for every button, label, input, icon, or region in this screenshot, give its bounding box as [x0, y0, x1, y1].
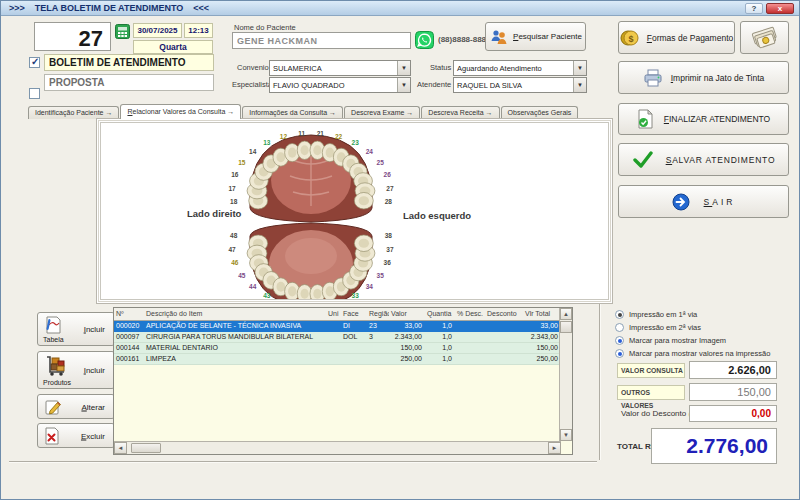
- column-header[interactable]: % Desc.: [455, 308, 485, 320]
- time-box: 12:13: [184, 23, 213, 38]
- delete-document-icon: [44, 427, 60, 445]
- sair-button[interactable]: SAIR: [618, 185, 789, 218]
- proposta-checkbox[interactable]: [29, 88, 40, 99]
- column-header[interactable]: Desconto: [485, 308, 523, 320]
- svg-text:18: 18: [230, 198, 238, 205]
- patient-name-label: Nome do Paciente: [234, 23, 296, 32]
- print-option-0[interactable]: Impressão em 1ª via: [613, 308, 798, 321]
- column-header[interactable]: Valor: [389, 308, 425, 320]
- table-row[interactable]: 000144MATERIAL DENTARIO150,001,0150,00: [114, 343, 561, 354]
- column-header[interactable]: Nº: [114, 308, 144, 320]
- edit-pencil-icon: [44, 398, 62, 416]
- weekday-box: Quarta: [133, 40, 213, 54]
- tooth-11[interactable]: 11: [297, 130, 312, 160]
- scroll-down-icon[interactable]: ▼: [560, 429, 572, 441]
- print-option-1[interactable]: Impressão em 2ª vias: [613, 321, 798, 334]
- svg-text:12: 12: [280, 133, 288, 140]
- scroll-up-icon[interactable]: ▲: [560, 308, 572, 320]
- imprimir-button[interactable]: Imprimir na Jato de Tinta: [618, 61, 789, 94]
- patient-phone: (88)8888-8888: [438, 35, 490, 44]
- horizontal-scrollbar[interactable]: ◄ ►: [114, 441, 561, 454]
- table-row[interactable]: 000161LIMPEZA250,001,0250,00: [114, 354, 561, 365]
- especialista-dropdown[interactable]: FLAVIO QUADRADO ▼: [269, 77, 411, 93]
- patient-name-input[interactable]: [232, 32, 411, 49]
- table-row[interactable]: 000097CIRURGIA PARA TORUS MANDIBULAR BIL…: [114, 332, 561, 343]
- column-header[interactable]: Região: [367, 308, 389, 320]
- incluir-produtos-button[interactable]: Produtos Incluir: [37, 351, 115, 389]
- boletim-label: BOLETIM DE ATENDIMENTO: [44, 54, 214, 71]
- incluir-tabela-label: Incluir: [84, 325, 105, 334]
- printer-icon: [643, 69, 663, 87]
- print-option-3[interactable]: Marcar para mostrar valores na impressão: [613, 347, 798, 360]
- people-search-icon: [489, 29, 509, 45]
- svg-text:44: 44: [249, 283, 257, 290]
- sair-label: SAIR: [704, 197, 736, 207]
- svg-text:34: 34: [366, 283, 374, 290]
- svg-text:14: 14: [249, 148, 257, 155]
- svg-text:17: 17: [228, 185, 236, 192]
- print-option-2[interactable]: Marcar para mostrar Imagem: [613, 334, 798, 347]
- close-button[interactable]: x: [766, 3, 794, 14]
- dental-chart-svg[interactable]: 1817161514131211212223242526272848474645…: [101, 123, 609, 300]
- items-header: NºDescrição do ItemUniFaceRegiãoValorQua…: [114, 308, 561, 321]
- divider: [9, 461, 597, 463]
- divider: [599, 304, 601, 460]
- table-row[interactable]: 000020APLICAÇÃO DE SELANTE - TÉCNICA INV…: [114, 321, 561, 332]
- incluir-tabela-button[interactable]: Tabela Incluir: [37, 312, 115, 346]
- svg-text:15: 15: [238, 159, 246, 166]
- svg-text:$: $: [628, 33, 633, 43]
- exit-arrow-icon: [672, 193, 690, 211]
- salvar-button[interactable]: SALVAR ATENDIMENTO: [618, 143, 789, 176]
- receipts-button[interactable]: [740, 21, 789, 54]
- radio-icon: [615, 323, 624, 332]
- formas-pagamento-button[interactable]: $ Formas de Pagamento: [618, 21, 735, 54]
- salvar-label: SALVAR ATENDIMENTO: [666, 155, 776, 165]
- svg-text:45: 45: [238, 272, 246, 279]
- atendente-value: RAQUEL DA SILVA: [454, 81, 573, 90]
- print-options: Impressão em 1ª viaImpressão em 2ª viasM…: [613, 308, 798, 360]
- bulletin-number-box[interactable]: 27: [34, 22, 111, 51]
- column-header[interactable]: Face: [341, 308, 367, 320]
- status-dropdown[interactable]: Aguardando Atendimento ▼: [453, 60, 587, 76]
- excluir-button[interactable]: Excluir: [37, 423, 115, 448]
- column-header[interactable]: Uni: [326, 308, 341, 320]
- scrollbar-thumb[interactable]: [131, 443, 161, 453]
- window-title: >>> TELA BOLETIM DE ATENDIMENTO <<<: [9, 3, 209, 13]
- date-box: 30/07/2025: [133, 23, 182, 38]
- especialista-label: Especialista: [232, 80, 272, 89]
- vertical-scrollbar[interactable]: ▲ ▼: [559, 308, 572, 441]
- alterar-button[interactable]: Alterar: [37, 394, 115, 419]
- convenio-value: SULAMERICA: [270, 64, 397, 73]
- tab-strip: Identificação Paciente →Relacionar Valor…: [28, 104, 579, 119]
- boletim-checkbox[interactable]: ✓: [29, 57, 40, 68]
- convenio-dropdown[interactable]: SULAMERICA ▼: [269, 60, 411, 76]
- svg-text:16: 16: [231, 171, 239, 178]
- search-patient-button[interactable]: Pesquisar Paciente: [485, 22, 586, 51]
- svg-text:26: 26: [384, 171, 392, 178]
- especialista-value: FLAVIO QUADRADO: [270, 81, 397, 90]
- atendente-dropdown[interactable]: RAQUEL DA SILVA ▼: [453, 77, 587, 93]
- calendar-icon[interactable]: [115, 24, 130, 39]
- svg-text:42: 42: [280, 298, 288, 300]
- scroll-right-icon[interactable]: ►: [548, 442, 561, 454]
- svg-text:32: 32: [335, 298, 343, 300]
- status-value: Aguardando Atendimento: [454, 64, 573, 73]
- help-button[interactable]: ?: [745, 3, 763, 14]
- whatsapp-icon[interactable]: [415, 31, 434, 49]
- column-header[interactable]: Vlr Total: [523, 308, 561, 320]
- app-window: >>> TELA BOLETIM DE ATENDIMENTO <<< ? x …: [0, 0, 800, 500]
- svg-text:24: 24: [366, 148, 374, 155]
- desconto-value[interactable]: 0,00: [689, 405, 777, 422]
- incluir-produtos-label: Incluir: [84, 366, 105, 375]
- column-header[interactable]: Quantia: [425, 308, 455, 320]
- radio-icon: [615, 310, 624, 319]
- finalizar-button[interactable]: FINALIZAR ATENDIMENTO: [618, 103, 789, 135]
- tab-1[interactable]: Relacionar Valores da Consulta →: [120, 104, 241, 119]
- chevron-down-icon: ▼: [573, 78, 586, 92]
- dental-chart-frame: 1817161514131211212223242526272848474645…: [100, 122, 609, 300]
- scrollbar-thumb[interactable]: [560, 321, 572, 333]
- column-header[interactable]: Descrição do Item: [144, 308, 326, 320]
- scroll-left-icon[interactable]: ◄: [114, 442, 127, 454]
- svg-text:23: 23: [352, 139, 360, 146]
- alterar-label: Alterar: [81, 402, 105, 411]
